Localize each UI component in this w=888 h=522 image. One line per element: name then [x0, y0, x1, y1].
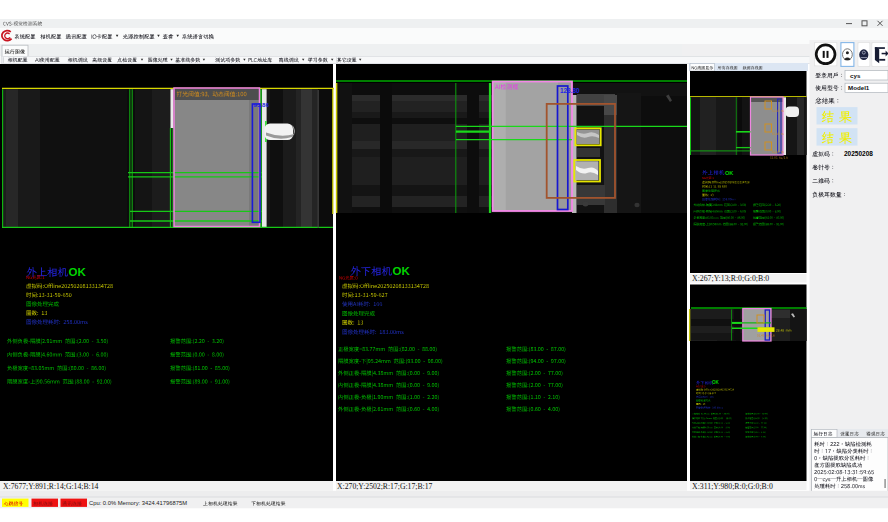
svg-text:OK: OK — [725, 170, 733, 176]
svg-text:123.80: 123.80 — [560, 87, 580, 94]
svg-text:X:7677;Y:891;R:14;G:14;B:14: X:7677;Y:891;R:14;G:14;B:14 — [3, 482, 99, 491]
svg-text:Cpu: 0.0% Memory: 3424.4179687: Cpu: 0.0% Memory: 3424.41796875M — [89, 500, 187, 506]
svg-text:X:270;Y:2502;R:17;G:17;B:17: X:270;Y:2502;R:17;G:17;B:17 — [337, 482, 433, 491]
svg-text:OK: OK — [393, 265, 411, 277]
svg-text:Model1: Model1 — [848, 84, 870, 91]
svg-text:OK: OK — [69, 266, 87, 278]
svg-text:X:311;Y:980;R:0;G:0;B:0: X:311;Y:980;R:0;G:0;B:0 — [692, 482, 773, 491]
svg-text:20250208: 20250208 — [844, 150, 873, 157]
svg-text:cys: cys — [850, 72, 861, 79]
svg-text:OK: OK — [712, 380, 720, 385]
svg-text:X:267;Y:13;R:0;G:0;B:0: X:267;Y:13;R:0;G:0;B:0 — [692, 274, 769, 283]
svg-text:93.86: 93.86 — [254, 101, 270, 108]
